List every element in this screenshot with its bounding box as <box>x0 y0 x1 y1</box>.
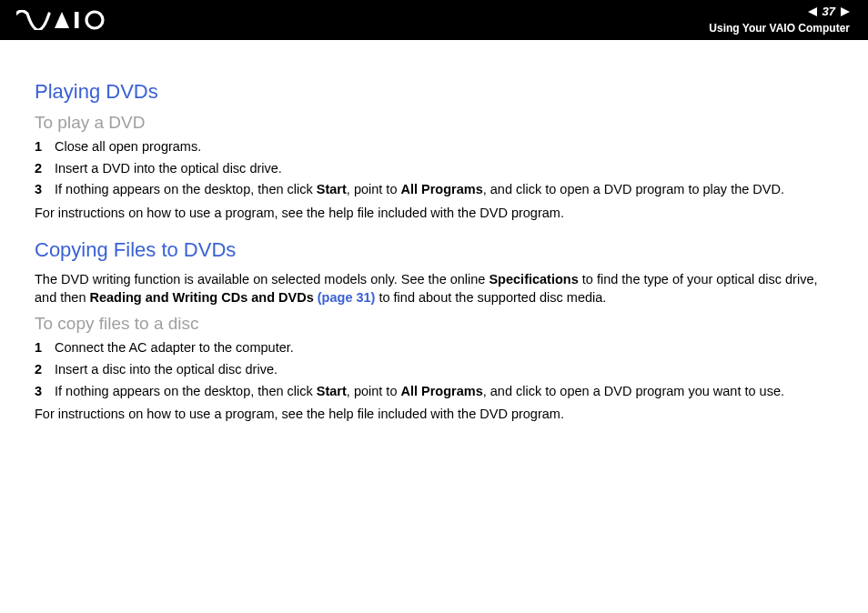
svg-point-1 <box>86 12 103 28</box>
step-number: 3 <box>35 181 55 199</box>
step-text: Close all open programs. <box>55 138 837 156</box>
heading-copying-files: Copying Files to DVDs <box>35 238 837 262</box>
bold-reading-writing: Reading and Writing CDs and DVDs <box>89 290 313 305</box>
steps-copy-files: 1 Connect the AC adapter to the computer… <box>35 339 837 400</box>
header-right: 37 Using Your VAIO Computer <box>709 5 850 35</box>
page-nav: 37 <box>709 5 850 20</box>
bold-start: Start <box>317 182 347 196</box>
step-text: If nothing appears on the desktop, then … <box>55 383 837 401</box>
vaio-logo-svg <box>16 10 116 30</box>
intro-copying: The DVD writing function is available on… <box>35 271 837 306</box>
next-page-arrow-icon[interactable] <box>841 7 850 16</box>
step-item: 3 If nothing appears on the desktop, the… <box>35 383 837 401</box>
step-item: 2 Insert a DVD into the optical disc dri… <box>35 160 837 178</box>
step-item: 1 Close all open programs. <box>35 138 837 156</box>
page-number: 37 <box>823 5 835 20</box>
section-copying: Copying Files to DVDs The DVD writing fu… <box>35 238 837 423</box>
page-header: 37 Using Your VAIO Computer <box>0 0 868 40</box>
bold-all-programs: All Programs <box>400 182 482 196</box>
page-content: Playing DVDs To play a DVD 1 Close all o… <box>0 40 868 424</box>
heading-playing-dvds: Playing DVDs <box>35 80 837 104</box>
subheading-to-play-dvd: To play a DVD <box>35 113 837 133</box>
link-page-31[interactable]: (page 31) <box>314 290 376 305</box>
step-item: 1 Connect the AC adapter to the computer… <box>35 339 837 357</box>
step-item: 2 Insert a disc into the optical disc dr… <box>35 361 837 379</box>
bold-all-programs: All Programs <box>400 384 482 398</box>
footnote-copy: For instructions on how to use a program… <box>35 406 837 424</box>
steps-play-dvd: 1 Close all open programs. 2 Insert a DV… <box>35 138 837 199</box>
step-text: Connect the AC adapter to the computer. <box>55 339 837 357</box>
step-item: 3 If nothing appears on the desktop, the… <box>35 181 837 199</box>
step-number: 3 <box>35 383 55 401</box>
step-number: 1 <box>35 138 55 156</box>
step-number: 2 <box>35 160 55 178</box>
vaio-logo <box>16 10 116 30</box>
footnote-play: For instructions on how to use a program… <box>35 205 837 223</box>
section-label: Using Your VAIO Computer <box>709 22 850 36</box>
svg-rect-0 <box>75 12 79 28</box>
step-number: 1 <box>35 339 55 357</box>
prev-page-arrow-icon[interactable] <box>808 7 817 16</box>
bold-specifications: Specifications <box>489 272 578 286</box>
bold-start: Start <box>317 384 347 398</box>
subheading-to-copy: To copy files to a disc <box>35 314 837 334</box>
step-text: If nothing appears on the desktop, then … <box>55 181 837 199</box>
step-text: Insert a disc into the optical disc driv… <box>55 361 837 379</box>
step-text: Insert a DVD into the optical disc drive… <box>55 160 837 178</box>
step-number: 2 <box>35 361 55 379</box>
